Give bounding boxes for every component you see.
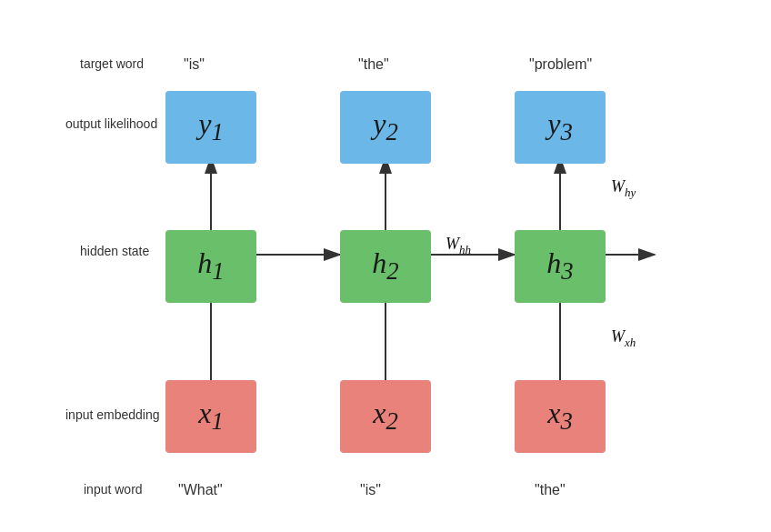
input-embedding-label: input embedding — [65, 407, 160, 422]
box-y2: y2 — [340, 91, 431, 164]
target-word-label: target word — [80, 56, 144, 71]
h1-label: h1 — [197, 246, 224, 286]
x3-label: x3 — [547, 396, 573, 436]
h2-label: h2 — [372, 246, 398, 286]
box-x2: x2 — [340, 380, 431, 453]
x1-label: x1 — [198, 396, 224, 436]
box-h1: h1 — [165, 230, 256, 303]
box-h3: h3 — [515, 230, 606, 303]
w-hy-label: Why — [611, 177, 636, 200]
input-word-label: input word — [84, 482, 143, 497]
input-word-1: "What" — [178, 482, 223, 498]
rnn-diagram: target word "is" "the" "problem" output … — [0, 0, 771, 532]
y1-label: y1 — [198, 107, 224, 146]
h3-label: h3 — [546, 246, 573, 286]
w-hh-label: Whh — [446, 235, 471, 257]
x2-label: x2 — [373, 396, 398, 436]
box-y1: y1 — [165, 91, 256, 164]
w-xh-label: Wxh — [611, 327, 636, 350]
input-word-2: "is" — [360, 482, 381, 498]
box-y3: y3 — [515, 91, 606, 164]
y2-label: y2 — [373, 107, 398, 146]
y3-label: y3 — [547, 107, 573, 146]
output-likelihood-label: output likelihood — [65, 116, 157, 131]
input-word-3: "the" — [535, 482, 566, 498]
box-x3: x3 — [515, 380, 606, 453]
target-word-3: "problem" — [529, 56, 592, 73]
box-h2: h2 — [340, 230, 431, 303]
target-word-1: "is" — [184, 56, 205, 73]
target-word-2: "the" — [358, 56, 389, 73]
hidden-state-label: hidden state — [80, 244, 149, 258]
box-x1: x1 — [165, 380, 256, 453]
